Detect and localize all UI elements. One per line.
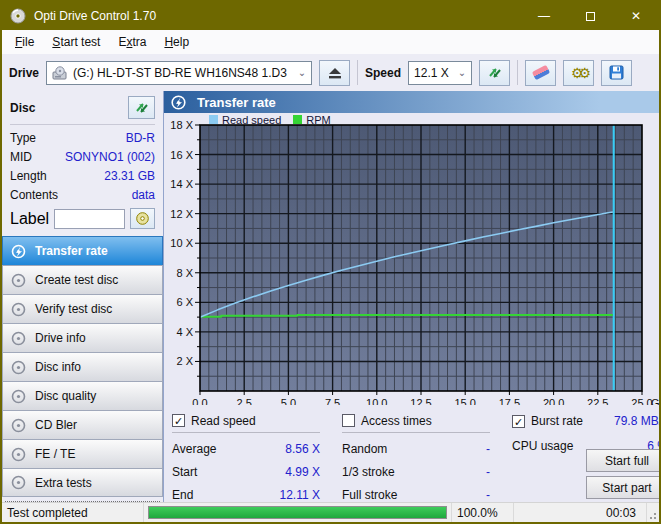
stat-value: - [486, 442, 490, 456]
toolbar-separator [517, 60, 518, 85]
toolbar-separator [357, 60, 358, 85]
sidebar-item-label: Create test disc [35, 273, 118, 287]
maximize-icon [586, 12, 595, 21]
svg-text:4 X: 4 X [176, 326, 193, 338]
menu-item-file[interactable]: File [6, 30, 43, 54]
sidebar-item-label: Drive info [35, 331, 86, 345]
label-input[interactable] [54, 209, 125, 229]
sidebar-item-disc-quality[interactable]: Disc quality [2, 381, 163, 410]
access-times-checkbox[interactable] [342, 414, 355, 427]
app-disc-icon [10, 8, 26, 24]
save-button[interactable] [601, 60, 632, 86]
stat-row-full-stroke: Full stroke- [342, 488, 490, 502]
refresh-disc-button[interactable] [128, 96, 155, 119]
sidebar-item-verify-test-disc[interactable]: Verify test disc [2, 294, 163, 323]
menu-item-help[interactable]: Help [155, 30, 198, 54]
disc-field-value: SONYNO1 (002) [65, 150, 155, 169]
sidebar-item-cd-bler[interactable]: CD Bler [2, 410, 163, 439]
stat-row-end: End12.11 X [172, 488, 320, 502]
svg-text:GB: GB [651, 397, 661, 405]
svg-text:8 X: 8 X [176, 267, 193, 279]
start-partial-test-button[interactable]: Start part [586, 476, 661, 499]
svg-text:5.0: 5.0 [281, 397, 296, 405]
disc-field-label: MID [10, 150, 32, 169]
svg-text:18 X: 18 X [170, 119, 193, 131]
sidebar-item-label: Disc info [35, 360, 81, 374]
svg-text:6 X: 6 X [176, 296, 193, 308]
status-bar: Test completed 100.0% 00:03 [2, 502, 659, 522]
minimize-button[interactable]: — [521, 2, 567, 30]
sidebar-item-drive-info[interactable]: Drive info [2, 323, 163, 352]
stat-row-average: Average8.56 X [172, 442, 320, 456]
disc-field-value: data [132, 188, 155, 207]
legend-read-speed: Read speed [209, 114, 281, 126]
disc-icon [11, 302, 26, 317]
burst-rate-header: ✓Burst rate79.8 MB/s [512, 412, 661, 430]
stat-label: End [172, 488, 193, 502]
sidebar-item-label: Transfer rate [35, 244, 108, 258]
progress-percent: 100.0% [452, 503, 514, 522]
disc-icon [11, 273, 26, 288]
stat-label: 1/3 stroke [342, 465, 395, 479]
drive-select[interactable]: (G:) HL-DT-ST BD-RE WH16NS48 1.D3 ⌄ [46, 61, 312, 85]
menu-item-extra[interactable]: Extra [109, 30, 155, 54]
resize-grip[interactable] [647, 503, 659, 522]
drive-icon [52, 66, 68, 80]
close-icon: ✕ [631, 9, 641, 23]
minimize-icon: — [538, 9, 550, 23]
settings-button[interactable]: ⚙⚙ [563, 60, 594, 86]
start-full-test-button[interactable]: Start full [586, 449, 661, 472]
read-speed-checkbox[interactable]: ✓ [172, 414, 185, 427]
speed-select[interactable]: 12.1 X ⌄ [408, 61, 472, 85]
burst-rate-checkbox[interactable]: ✓ [512, 415, 525, 428]
close-button[interactable]: ✕ [613, 2, 659, 30]
read-speed-label: Read speed [191, 414, 256, 428]
disc-icon [11, 447, 26, 462]
svg-text:2 X: 2 X [176, 355, 193, 367]
svg-text:10.0: 10.0 [366, 397, 387, 405]
disc-icon [11, 418, 26, 433]
sidebar-nav: Transfer rateCreate test discVerify test… [2, 236, 163, 497]
title-bar: Opti Drive Control 1.70 — ✕ [2, 2, 659, 30]
disc-icon [11, 331, 26, 346]
svg-text:25.0: 25.0 [631, 397, 652, 405]
legend-rpm: RPM [293, 114, 330, 126]
svg-text:15.0: 15.0 [454, 397, 475, 405]
chart-area: Read speedRPM 2 X4 X6 X8 X10 X12 X14 X16… [164, 113, 661, 405]
sidebar-item-transfer-rate[interactable]: Transfer rate [2, 236, 163, 265]
svg-text:12.5: 12.5 [410, 397, 431, 405]
disc-panel: Disc TypeBD-RMIDSONYNO1 (002)Length23.31… [2, 91, 163, 231]
erase-disc-button[interactable] [525, 60, 556, 86]
legend-swatch [209, 115, 218, 124]
burst-rate-value: 79.8 MB/s [614, 414, 661, 428]
results-panel: Start full Start part ✓Read speedAverage… [164, 405, 661, 502]
svg-text:2.5: 2.5 [237, 397, 252, 405]
left-panel: Disc TypeBD-RMIDSONYNO1 (002)Length23.31… [2, 91, 163, 502]
refresh-speed-button[interactable] [479, 60, 510, 86]
drive-value: (G:) HL-DT-ST BD-RE WH16NS48 1.D3 [73, 66, 287, 80]
stat-label: Start [172, 465, 197, 479]
sidebar-item-disc-info[interactable]: Disc info [2, 352, 163, 381]
label-field-caption: Label [10, 210, 49, 228]
svg-text:7.5: 7.5 [325, 397, 340, 405]
chevron-down-icon: ⌄ [298, 67, 306, 78]
refresh-icon [487, 66, 503, 80]
svg-text:12 X: 12 X [170, 208, 193, 220]
eject-button[interactable] [319, 60, 350, 86]
sidebar-item-fe-te[interactable]: FE / TE [2, 439, 163, 468]
disc-field-value: BD-R [126, 131, 155, 150]
sidebar-item-create-test-disc[interactable]: Create test disc [2, 265, 163, 294]
read-speed-header: ✓Read speed [172, 412, 320, 433]
disc-panel-title: Disc [10, 101, 35, 115]
write-label-button[interactable] [130, 208, 155, 229]
stat-row-random: Random- [342, 442, 490, 456]
floppy-save-icon [609, 65, 624, 80]
stat-label: Average [172, 442, 216, 456]
sidebar-item-extra-tests[interactable]: Extra tests [2, 468, 163, 497]
menu-item-start-test[interactable]: Start test [43, 30, 109, 54]
disc-field-mid: MIDSONYNO1 (002) [10, 150, 155, 169]
disc-icon [11, 360, 26, 375]
maximize-button[interactable] [567, 2, 613, 30]
app-window: Opti Drive Control 1.70 — ✕ FileStart te… [0, 0, 661, 524]
menu-bar: FileStart testExtraHelp [2, 30, 659, 54]
